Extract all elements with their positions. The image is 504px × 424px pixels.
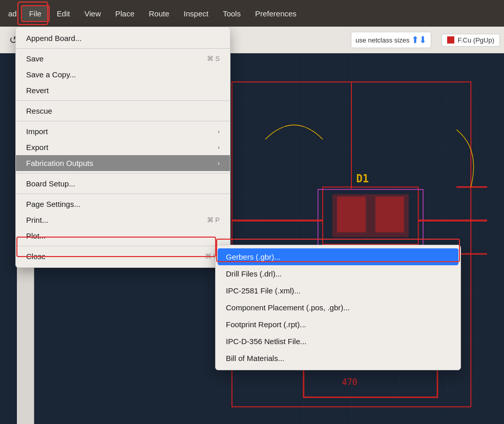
layer-color-swatch: [447, 36, 454, 44]
submenu-item-ipc-netlist[interactable]: IPC-D-356 Netlist File...: [216, 333, 460, 350]
svg-text:D1: D1: [356, 173, 369, 185]
submenu-item-drill[interactable]: Drill Files (.drl)...: [216, 265, 460, 282]
menu-file[interactable]: File: [21, 5, 50, 22]
menu-item-import[interactable]: Import ›: [16, 123, 230, 139]
menu-item-print[interactable]: Print... ⌘ P: [16, 212, 230, 228]
menu-item-label: Import: [26, 127, 48, 136]
submenu-item-label: Gerbers (.gbr)...: [226, 252, 281, 261]
shortcut-print: ⌘ P: [207, 216, 220, 224]
menu-item-label: Board Setup...: [26, 179, 75, 188]
separator-3: [16, 121, 230, 121]
menu-item-label: Save a Copy...: [26, 70, 76, 79]
menubar: ad File Edit View Place Route Inspect To…: [0, 0, 504, 27]
menu-item-label: Rescue: [26, 107, 52, 115]
submenu-item-ipc2581[interactable]: IPC-2581 File (.xml)...: [216, 282, 460, 299]
menu-item-fab-outputs[interactable]: Fabrication Outputs ›: [16, 155, 230, 171]
menu-tools[interactable]: Tools: [216, 6, 248, 21]
submenu-item-label: IPC-D-356 Netlist File...: [226, 337, 307, 346]
separator-4: [16, 173, 230, 174]
menu-item-rescue[interactable]: Rescue: [16, 103, 230, 119]
submenu-item-comp-placement[interactable]: Component Placement (.pos, .gbr)...: [216, 299, 460, 316]
menu-item-label: Page Settings...: [26, 200, 80, 208]
menu-item-label: Plot...: [26, 231, 46, 240]
netclass-dropdown[interactable]: use netclass sizes ⬆⬇: [351, 32, 432, 48]
svg-rect-17: [375, 197, 404, 232]
layer-selector[interactable]: F.Cu (PgUp): [442, 34, 500, 47]
menu-inspect[interactable]: Inspect: [177, 6, 216, 21]
submenu-item-bom[interactable]: Bill of Materials...: [216, 350, 460, 367]
menu-item-label: Export: [26, 143, 48, 152]
menu-item-save[interactable]: Save ⌘ S: [16, 51, 230, 67]
submenu-item-label: Bill of Materials...: [226, 354, 284, 363]
menu-item-label: Close: [26, 252, 46, 261]
svg-rect-16: [337, 197, 366, 232]
menu-item-label: Append Board...: [26, 34, 81, 43]
svg-text:470: 470: [342, 377, 357, 387]
menu-item-label: Revert: [26, 86, 49, 95]
submenu-item-label: Drill Files (.drl)...: [226, 269, 282, 278]
chevron-down-icon: ⬆⬇: [411, 34, 427, 46]
menu-preferences[interactable]: Preferences: [248, 6, 304, 21]
separator-2: [16, 100, 230, 101]
submenu-item-footprint-report[interactable]: Footprint Report (.rpt)...: [216, 316, 460, 333]
separator-6: [16, 246, 230, 246]
menu-item-plot[interactable]: Plot...: [16, 228, 230, 244]
file-menu: Append Board... Save ⌘ S Save a Copy... …: [15, 27, 230, 268]
submenu-item-label: IPC-2581 File (.xml)...: [226, 286, 301, 295]
submenu-item-label: Footprint Report (.rpt)...: [226, 320, 306, 329]
menu-item-append-board[interactable]: Append Board...: [16, 30, 230, 46]
separator-5: [16, 194, 230, 194]
menu-item-save-copy[interactable]: Save a Copy...: [16, 67, 230, 82]
menu-view[interactable]: View: [77, 6, 108, 21]
app-prefix: ad: [4, 6, 21, 21]
submenu-item-gerbers[interactable]: Gerbers (.gbr)...: [218, 248, 458, 265]
layer-label: F.Cu (PgUp): [457, 36, 494, 44]
separator-1: [16, 48, 230, 49]
fabrication-submenu: Gerbers (.gbr)... Drill Files (.drl)... …: [215, 245, 461, 370]
menu-route[interactable]: Route: [142, 6, 177, 21]
menu-item-label: Fabrication Outputs: [26, 159, 93, 167]
menu-item-page-settings[interactable]: Page Settings...: [16, 196, 230, 212]
menu-edit[interactable]: Edit: [50, 6, 77, 21]
chevron-right-icon: ›: [218, 128, 220, 135]
menu-item-close[interactable]: Close ⌘ W: [16, 248, 230, 264]
menu-item-export[interactable]: Export ›: [16, 139, 230, 155]
menu-item-board-setup[interactable]: Board Setup...: [16, 176, 230, 192]
submenu-item-label: Component Placement (.pos, .gbr)...: [226, 303, 350, 312]
menu-item-label: Print...: [26, 216, 48, 224]
chevron-right-icon: ›: [218, 144, 220, 151]
netclass-label: use netclass sizes: [355, 36, 410, 44]
shortcut-save: ⌘ S: [207, 55, 220, 62]
chevron-right-icon: ›: [218, 160, 220, 167]
menu-item-label: Save: [26, 54, 44, 63]
menu-place[interactable]: Place: [108, 6, 142, 21]
menu-item-revert[interactable]: Revert: [16, 82, 230, 98]
